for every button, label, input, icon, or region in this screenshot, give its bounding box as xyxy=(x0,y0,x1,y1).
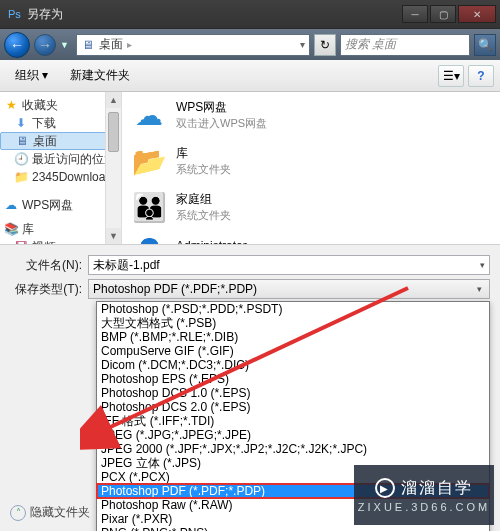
organize-button[interactable]: 组织 ▾ xyxy=(6,63,57,88)
savetype-label: 保存类型(T): xyxy=(10,281,82,298)
format-option[interactable]: 大型文档格式 (*.PSB) xyxy=(97,316,489,330)
folder-contents[interactable]: ☁WPS网盘双击进入WPS网盘📂库系统文件夹👪家庭组系统文件夹👤Administ… xyxy=(122,92,500,244)
cloud-icon: ☁ xyxy=(132,98,166,132)
address-bar[interactable]: 🖥 桌面 ▸ ▾ xyxy=(76,34,310,56)
forward-button[interactable]: → xyxy=(34,34,56,56)
sidebar-downloads[interactable]: ⬇下载 xyxy=(0,114,121,132)
filename-input[interactable]: 未标题-1.pdf▾ xyxy=(88,255,490,275)
sidebar-favorites[interactable]: ★收藏夹 xyxy=(0,96,121,114)
format-option[interactable]: Photoshop DCS 2.0 (*.EPS) xyxy=(97,400,489,414)
close-button[interactable]: ✕ xyxy=(458,5,496,23)
explorer-toolbar: 组织 ▾ 新建文件夹 ☰▾ ? xyxy=(0,60,500,92)
photoshop-icon: Ps xyxy=(8,8,21,20)
search-placeholder: 搜索 桌面 xyxy=(345,36,396,53)
item-subtitle: 系统文件夹 xyxy=(176,208,231,223)
desktop-icon: 🖥 xyxy=(81,38,95,52)
sidebar-wps[interactable]: ☁WPS网盘 xyxy=(0,196,121,214)
sidebar-scrollbar[interactable]: ▲ ▼ xyxy=(105,92,121,244)
format-option[interactable]: Photoshop EPS (*.EPS) xyxy=(97,372,489,386)
chevron-down-icon: ▾ xyxy=(471,282,487,296)
list-item[interactable]: ☁WPS网盘双击进入WPS网盘 xyxy=(122,92,500,138)
download-icon: ⬇ xyxy=(14,116,28,130)
format-option[interactable]: PNG (*.PNG;*.PNS) xyxy=(97,526,489,531)
nav-sidebar: ★收藏夹 ⬇下载 🖥桌面 🕘最近访问的位置 📁2345Downloads ☁WP… xyxy=(0,92,122,244)
list-item[interactable]: 📂库系统文件夹 xyxy=(122,138,500,184)
watermark: ▶ 溜溜自学 ZIXUE.3D66.COM xyxy=(354,465,494,525)
scroll-thumb[interactable] xyxy=(108,112,119,152)
sidebar-desktop[interactable]: 🖥桌面 xyxy=(0,132,121,150)
filename-label: 文件名(N): xyxy=(10,257,82,274)
search-input[interactable]: 搜索 桌面 xyxy=(340,34,470,56)
play-icon: ▶ xyxy=(375,478,395,498)
item-subtitle: 系统文件夹 xyxy=(176,162,231,177)
sidebar-libraries[interactable]: 📚库 xyxy=(0,220,121,238)
search-button[interactable]: 🔍 xyxy=(474,34,496,56)
savetype-combo[interactable]: Photoshop PDF (*.PDF;*.PDP) ▾ xyxy=(88,279,490,299)
format-option[interactable]: Photoshop (*.PSD;*.PDD;*.PSDT) xyxy=(97,302,489,316)
item-subtitle: 双击进入WPS网盘 xyxy=(176,116,267,131)
item-title: WPS网盘 xyxy=(176,99,267,116)
window-titlebar: Ps 另存为 ─ ▢ ✕ xyxy=(0,0,500,28)
item-title: 家庭组 xyxy=(176,191,231,208)
new-folder-button[interactable]: 新建文件夹 xyxy=(61,63,139,88)
format-option[interactable]: BMP (*.BMP;*.RLE;*.DIB) xyxy=(97,330,489,344)
back-button[interactable]: ← xyxy=(4,32,30,58)
sidebar-recent[interactable]: 🕘最近访问的位置 xyxy=(0,150,121,168)
list-item[interactable]: 👪家庭组系统文件夹 xyxy=(122,184,500,230)
format-option[interactable]: IFF 格式 (*.IFF;*.TDI) xyxy=(97,414,489,428)
chevron-up-icon: ˄ xyxy=(10,505,26,521)
lib-icon: 📂 xyxy=(132,144,166,178)
format-option[interactable]: Dicom (*.DCM;*.DC3;*.DIC) xyxy=(97,358,489,372)
breadcrumb-chevron-icon: ▸ xyxy=(127,39,132,50)
address-text: 桌面 xyxy=(99,36,123,53)
format-option[interactable]: JPEG (*.JPG;*.JPEG;*.JPE) xyxy=(97,428,489,442)
refresh-button[interactable]: ↻ xyxy=(314,34,336,56)
scroll-up-icon[interactable]: ▲ xyxy=(106,92,121,108)
scroll-down-icon[interactable]: ▼ xyxy=(106,228,121,244)
history-dropdown[interactable]: ▼ xyxy=(60,40,72,50)
desktop-icon: 🖥 xyxy=(15,134,29,148)
format-option[interactable]: CompuServe GIF (*.GIF) xyxy=(97,344,489,358)
sidebar-2345[interactable]: 📁2345Downloads xyxy=(0,168,121,186)
format-option[interactable]: JPEG 2000 (*.JPF;*.JPX;*.JP2;*.J2C;*.J2K… xyxy=(97,442,489,456)
user-icon: 👤 xyxy=(132,236,166,244)
cloud-icon: ☁ xyxy=(4,198,18,212)
explorer-nav: ← → ▼ 🖥 桌面 ▸ ▾ ↻ 搜索 桌面 🔍 xyxy=(0,28,500,60)
minimize-button[interactable]: ─ xyxy=(402,5,428,23)
recent-icon: 🕘 xyxy=(14,152,28,166)
format-option[interactable]: Photoshop DCS 1.0 (*.EPS) xyxy=(97,386,489,400)
folder-icon: 📁 xyxy=(14,170,28,184)
star-icon: ★ xyxy=(4,98,18,112)
item-title: 库 xyxy=(176,145,231,162)
library-icon: 📚 xyxy=(4,222,18,236)
group-icon: 👪 xyxy=(132,190,166,224)
maximize-button[interactable]: ▢ xyxy=(430,5,456,23)
address-dropdown-icon[interactable]: ▾ xyxy=(300,39,305,50)
list-item[interactable]: 👤Administrator系统文件夹 xyxy=(122,230,500,244)
hide-folders-toggle[interactable]: ˄ 隐藏文件夹 xyxy=(10,504,90,521)
help-button[interactable]: ? xyxy=(468,65,494,87)
window-title: 另存为 xyxy=(27,6,63,23)
view-button[interactable]: ☰▾ xyxy=(438,65,464,87)
